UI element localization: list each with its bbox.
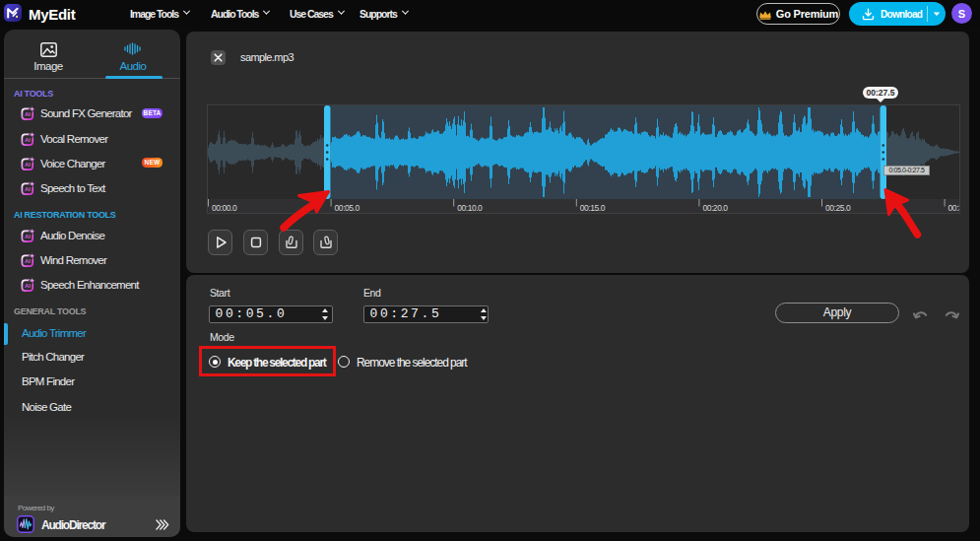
svg-text:00:30.0: 00:30.0 — [948, 203, 959, 213]
svg-text:00:00.0: 00:00.0 — [212, 203, 237, 213]
